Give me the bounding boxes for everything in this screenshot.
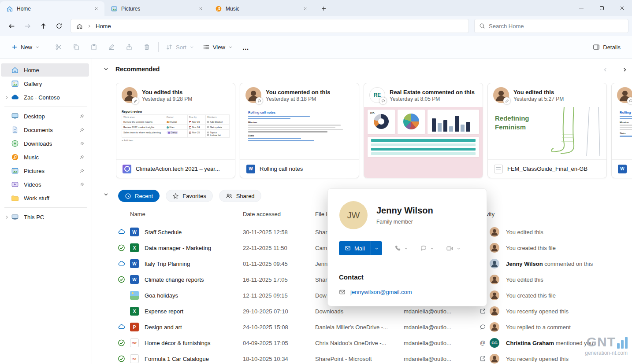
mail-dropdown-button[interactable] [371,241,382,255]
divider [158,42,159,52]
filter-favorites[interactable]: Favorites [166,190,212,202]
edit-badge-icon [503,97,510,104]
file-preview: Rolling call notes Mission Stats [240,107,359,159]
chat-button[interactable] [420,245,434,252]
contact-email-link[interactable]: jennywilson@gmail.com [350,289,412,295]
rename-button[interactable] [103,40,120,55]
word-file-icon [130,275,139,284]
filter-recent[interactable]: Recent [118,190,160,202]
file-row[interactable]: Home décor & furnishings 04-09-2025 17:0… [93,335,632,351]
avatar [245,87,261,103]
sidebar-item-gallery[interactable]: Gallery [1,77,89,90]
scroll-right-button[interactable] [620,65,629,74]
recommended-card[interactable]: You edited this Yesterday at 5:27 PM Red… [487,83,607,178]
activity-avatar: CG [490,338,499,348]
minimize-button[interactable] [571,0,591,16]
activity-avatar [490,354,499,364]
file-row[interactable]: Design and art 24-10-2025 15:08 Daniela … [93,319,632,335]
sidebar-item-onedrive[interactable]: Zac - Contoso [1,91,89,104]
breadcrumb[interactable]: Home [96,23,111,29]
tab-pictures[interactable]: Pictures [104,1,209,16]
sidebar-item-home[interactable]: Home [1,63,89,77]
recommended-card[interactable]: Rolling call notes Mission Stats [611,83,632,178]
collapse-files-chevron-icon[interactable] [103,191,109,197]
card-timestamp: Yesterday at 8:18 PM [266,96,330,102]
activity-text: Jenny Wilson commented on this [506,261,593,267]
new-tab-button[interactable] [317,2,330,15]
chevron-right-icon [87,24,91,28]
pin-icon [79,154,85,160]
sidebar-item-this-pc[interactable]: This PC [1,210,89,224]
chevron-right-icon[interactable] [3,96,11,99]
divider [47,42,47,52]
avatar [617,87,632,103]
tab-home[interactable]: Home [0,1,104,16]
sort-button[interactable]: Sort [161,40,198,55]
refresh-button[interactable] [51,19,67,33]
plus-icon [11,44,18,50]
close-tab-icon[interactable] [91,4,101,14]
activity-text: You created this file [506,245,556,251]
sidebar-item-videos[interactable]: Videos [1,178,89,191]
paste-button[interactable] [85,40,103,55]
search-box[interactable] [474,19,628,33]
excel-file-icon [130,307,139,316]
column-header-date-accessed[interactable]: Date accessed [243,211,281,217]
sidebar-item-pictures[interactable]: Pictures [1,164,89,177]
search-input[interactable] [489,23,624,29]
recommended-card[interactable]: You edited this Yesterday at 9:28 PM Rep… [116,83,235,178]
close-tab-icon[interactable] [300,4,310,14]
avatar [122,87,138,103]
close-tab-icon[interactable] [196,4,205,14]
back-button[interactable] [4,19,19,33]
new-button[interactable]: New [7,40,44,55]
maximize-button[interactable] [591,0,612,16]
card-timestamp: Yesterday at 5:27 PM [513,96,564,102]
recommended-card[interactable]: RE Real Estate commented on this Yesterd… [364,83,483,178]
cloud-status-icon [118,324,125,331]
cut-button[interactable] [50,40,67,55]
onedrive-cloud-icon [11,93,19,102]
contact-section-title: Contact [339,273,364,281]
chevron-down-icon [457,246,461,250]
file-preview: Report review Work area Owner Due by Blo… [116,107,235,159]
forward-button[interactable] [19,19,35,33]
activity-text: You edited this [506,276,543,283]
card-headline: You edited this [513,88,564,96]
sidebar-item-work-stuff[interactable]: Work stuff [1,191,89,205]
sidebar-item-music[interactable]: Music [1,151,89,164]
call-button[interactable] [394,245,408,252]
tab-music[interactable]: Music [209,1,313,16]
view-button[interactable]: View [198,40,237,55]
synced-status-icon [118,276,125,283]
pin-icon [79,127,85,133]
excel-file-icon [130,243,139,252]
divider [328,266,487,266]
details-button[interactable]: Details [588,40,625,55]
scroll-left-button[interactable] [600,65,610,74]
column-header-name[interactable]: Name [130,211,145,217]
contact-name: Jenny Wilson [376,206,433,216]
avatar [493,87,509,103]
sidebar-item-desktop[interactable]: Desktop [1,110,89,123]
tab-label: Music [226,6,239,12]
card-headline: You edited this [142,88,192,96]
share-button[interactable] [120,40,138,55]
address-bar[interactable]: Home [71,19,469,33]
copy-button[interactable] [67,40,85,55]
mail-icon [339,289,346,295]
chevron-right-icon[interactable] [3,215,11,219]
sidebar-item-documents[interactable]: Documents [1,123,89,136]
video-call-button[interactable] [446,245,461,252]
delete-button[interactable] [138,40,156,55]
sidebar-item-downloads[interactable]: Downloads [1,137,89,150]
up-button[interactable] [35,19,51,33]
collapse-recommended-chevron-icon[interactable] [103,66,109,72]
file-row[interactable]: Formula 1 Car Catalogue 18-10-2025 10:34… [93,351,632,364]
more-options-button[interactable]: … [237,40,255,55]
close-window-button[interactable] [612,0,632,16]
mail-button[interactable]: Mail [339,241,382,255]
filter-shared[interactable]: Shared [219,190,261,202]
recommended-card[interactable]: You commented on this Yesterday at 8:18 … [240,83,359,178]
opened-icon [479,308,487,315]
